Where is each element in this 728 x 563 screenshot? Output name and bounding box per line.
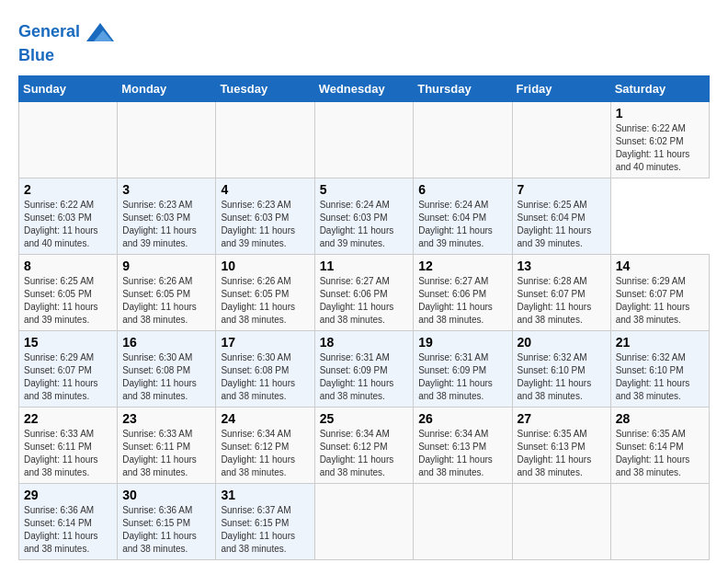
calendar-day: 27Sunrise: 6:35 AMSunset: 6:13 PMDayligh…: [512, 407, 610, 483]
calendar-day: 16Sunrise: 6:30 AMSunset: 6:08 PMDayligh…: [118, 330, 216, 407]
empty-cell: [414, 101, 512, 178]
calendar-day: 9Sunrise: 6:26 AMSunset: 6:05 PMDaylight…: [118, 254, 216, 330]
calendar-day: 17Sunrise: 6:30 AMSunset: 6:08 PMDayligh…: [216, 330, 314, 407]
logo-subtext: Blue: [18, 46, 114, 66]
empty-cell: [216, 101, 314, 178]
calendar-header: SundayMondayTuesdayWednesdayThursdayFrid…: [19, 75, 710, 101]
calendar-week-row: 29Sunrise: 6:36 AMSunset: 6:14 PMDayligh…: [19, 483, 710, 559]
calendar-day: 30Sunrise: 6:36 AMSunset: 6:15 PMDayligh…: [118, 483, 216, 559]
calendar-week-row: 1Sunrise: 6:22 AMSunset: 6:02 PMDaylight…: [19, 101, 710, 178]
calendar-day: 19Sunrise: 6:31 AMSunset: 6:09 PMDayligh…: [414, 330, 512, 407]
calendar-day: 7Sunrise: 6:25 AMSunset: 6:04 PMDaylight…: [512, 178, 610, 254]
empty-cell: [19, 101, 118, 178]
calendar-day: 31Sunrise: 6:37 AMSunset: 6:15 PMDayligh…: [216, 483, 314, 559]
calendar-day: 14Sunrise: 6:29 AMSunset: 6:07 PMDayligh…: [610, 254, 709, 330]
calendar-day: 11Sunrise: 6:27 AMSunset: 6:06 PMDayligh…: [314, 254, 414, 330]
calendar-day: 6Sunrise: 6:24 AMSunset: 6:04 PMDaylight…: [414, 178, 512, 254]
calendar-day: 20Sunrise: 6:32 AMSunset: 6:10 PMDayligh…: [512, 330, 610, 407]
calendar-day: 26Sunrise: 6:34 AMSunset: 6:13 PMDayligh…: [414, 407, 512, 483]
logo-text: General: [18, 18, 114, 46]
calendar-day: 8Sunrise: 6:25 AMSunset: 6:05 PMDaylight…: [19, 254, 118, 330]
empty-cell: [610, 483, 709, 559]
calendar-day: 4Sunrise: 6:23 AMSunset: 6:03 PMDaylight…: [216, 178, 314, 254]
calendar-day: 13Sunrise: 6:28 AMSunset: 6:07 PMDayligh…: [512, 254, 610, 330]
calendar-day: 5Sunrise: 6:24 AMSunset: 6:03 PMDaylight…: [314, 178, 414, 254]
calendar-day: 12Sunrise: 6:27 AMSunset: 6:06 PMDayligh…: [414, 254, 512, 330]
page-header: General Blue: [18, 18, 710, 66]
weekday-header: Tuesday: [216, 75, 314, 101]
calendar-day: 25Sunrise: 6:34 AMSunset: 6:12 PMDayligh…: [314, 407, 414, 483]
calendar-day: 1Sunrise: 6:22 AMSunset: 6:02 PMDaylight…: [610, 101, 709, 178]
calendar-day: 23Sunrise: 6:33 AMSunset: 6:11 PMDayligh…: [118, 407, 216, 483]
calendar-week-row: 8Sunrise: 6:25 AMSunset: 6:05 PMDaylight…: [19, 254, 710, 330]
weekday-header: Wednesday: [314, 75, 414, 101]
calendar-day: 29Sunrise: 6:36 AMSunset: 6:14 PMDayligh…: [19, 483, 118, 559]
weekday-header: Friday: [512, 75, 610, 101]
empty-cell: [314, 483, 414, 559]
logo: General Blue: [18, 18, 114, 66]
calendar-day: 2Sunrise: 6:22 AMSunset: 6:03 PMDaylight…: [19, 178, 118, 254]
calendar-week-row: 2Sunrise: 6:22 AMSunset: 6:03 PMDaylight…: [19, 178, 710, 254]
calendar-day: 21Sunrise: 6:32 AMSunset: 6:10 PMDayligh…: [610, 330, 709, 407]
empty-cell: [512, 101, 610, 178]
weekday-header: Saturday: [610, 75, 709, 101]
calendar-day: 18Sunrise: 6:31 AMSunset: 6:09 PMDayligh…: [314, 330, 414, 407]
calendar-day: 24Sunrise: 6:34 AMSunset: 6:12 PMDayligh…: [216, 407, 314, 483]
calendar-table: SundayMondayTuesdayWednesdayThursdayFrid…: [18, 75, 710, 560]
calendar-day: 10Sunrise: 6:26 AMSunset: 6:05 PMDayligh…: [216, 254, 314, 330]
weekday-header: Monday: [118, 75, 216, 101]
empty-cell: [414, 483, 512, 559]
weekday-header: Sunday: [19, 75, 118, 101]
calendar-day: 22Sunrise: 6:33 AMSunset: 6:11 PMDayligh…: [19, 407, 118, 483]
weekday-header: Thursday: [414, 75, 512, 101]
empty-cell: [118, 101, 216, 178]
calendar-week-row: 22Sunrise: 6:33 AMSunset: 6:11 PMDayligh…: [19, 407, 710, 483]
calendar-day: 3Sunrise: 6:23 AMSunset: 6:03 PMDaylight…: [118, 178, 216, 254]
calendar-week-row: 15Sunrise: 6:29 AMSunset: 6:07 PMDayligh…: [19, 330, 710, 407]
calendar-day: 28Sunrise: 6:35 AMSunset: 6:14 PMDayligh…: [610, 407, 709, 483]
empty-cell: [512, 483, 610, 559]
calendar-day: 15Sunrise: 6:29 AMSunset: 6:07 PMDayligh…: [19, 330, 118, 407]
empty-cell: [314, 101, 414, 178]
